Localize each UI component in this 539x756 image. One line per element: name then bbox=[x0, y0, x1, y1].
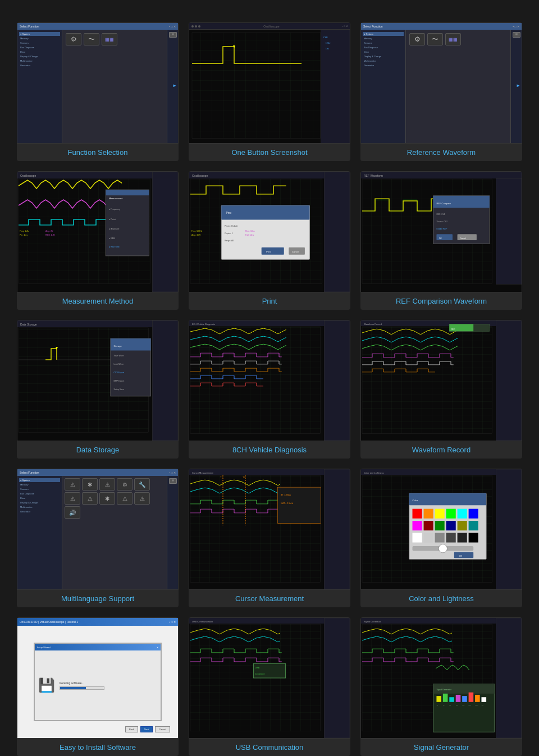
label-multilanguage: Multilanguage Support bbox=[17, 590, 179, 607]
svg-text:Copies: 1: Copies: 1 bbox=[225, 232, 233, 235]
svg-text:Range: All: Range: All bbox=[225, 240, 234, 242]
svg-rect-111 bbox=[458, 509, 467, 519]
svg-text:Signal Generator: Signal Generator bbox=[364, 620, 381, 623]
card-image-reference-waveform: Select Function ▪ □ ✕ ● System Memory Se… bbox=[360, 22, 522, 144]
svg-rect-83 bbox=[362, 327, 492, 433]
svg-text:Freq: 1kHz: Freq: 1kHz bbox=[20, 230, 29, 232]
svg-rect-120 bbox=[424, 533, 433, 542]
svg-text:1ms: 1ms bbox=[326, 48, 329, 50]
svg-rect-107 bbox=[413, 509, 422, 519]
svg-rect-10 bbox=[152, 172, 178, 292]
card-image-waveform-record: Waveform Record REC bbox=[360, 320, 522, 441]
svg-text:Per: 1ms: Per: 1ms bbox=[20, 234, 28, 236]
svg-text:RMS: 1.4V: RMS: 1.4V bbox=[45, 234, 56, 236]
svg-text:REC: REC bbox=[451, 328, 455, 331]
card-8ch-vehicle[interactable]: 8CH Vehicle Diagnosis bbox=[189, 320, 350, 459]
card-measurement-method[interactable]: Oscilloscope Measurement ● Frequency ● P… bbox=[17, 171, 179, 310]
svg-text:Freq: 500Hz: Freq: 500Hz bbox=[191, 230, 203, 232]
svg-text:● RMS: ● RMS bbox=[109, 237, 116, 240]
card-image-usb-communication: USB Communication USB Connected bbox=[189, 617, 350, 739]
card-image-measurement-method: Oscilloscope Measurement ● Frequency ● P… bbox=[17, 171, 179, 292]
feature-grid: Select Function ▪ □ ✕ ● System Memory Se… bbox=[17, 22, 522, 756]
svg-text:Rise: 10ns: Rise: 10ns bbox=[245, 230, 255, 232]
svg-rect-122 bbox=[446, 533, 456, 542]
card-image-print: Oscilloscope Print Printer: Default Copi… bbox=[189, 171, 350, 292]
svg-text:Printer: Default: Printer: Default bbox=[225, 225, 237, 227]
card-screenshot[interactable]: Oscilloscope ▪ □ ✕ bbox=[189, 22, 350, 161]
label-ref-comparison: REF Comparison Waveform bbox=[360, 292, 522, 310]
svg-rect-116 bbox=[446, 521, 456, 530]
svg-rect-90 bbox=[324, 469, 350, 589]
card-image-data-storage: Data Storage Storage Save Wave Load Wave… bbox=[17, 320, 179, 441]
svg-text:Waveform Record: Waveform Record bbox=[364, 323, 382, 326]
card-waveform-record[interactable]: Waveform Record REC Waveform Record bbox=[360, 320, 522, 459]
svg-text:Save Wave: Save Wave bbox=[114, 355, 124, 357]
svg-rect-148 bbox=[456, 695, 461, 702]
label-8ch-vehicle: 8CH Vehicle Diagnosis bbox=[189, 441, 350, 459]
svg-rect-149 bbox=[462, 696, 467, 702]
svg-text:Print: Print bbox=[266, 250, 271, 253]
card-ref-comparison[interactable]: REF Waveform REF Compare REF: Ch1 Source… bbox=[360, 171, 522, 310]
svg-rect-151 bbox=[475, 695, 480, 702]
label-usb-communication: USB Communication bbox=[189, 739, 350, 756]
label-print: Print bbox=[189, 292, 350, 310]
svg-text:Data Storage: Data Storage bbox=[20, 323, 37, 326]
svg-rect-112 bbox=[469, 509, 478, 519]
svg-text:Fall: 12ns: Fall: 12ns bbox=[245, 234, 254, 236]
svg-rect-123 bbox=[458, 533, 467, 542]
svg-text:100k: 100k bbox=[475, 704, 478, 706]
svg-rect-8 bbox=[17, 172, 152, 178]
svg-rect-121 bbox=[435, 533, 445, 542]
svg-text:● Period: ● Period bbox=[109, 218, 116, 221]
card-print[interactable]: Oscilloscope Print Printer: Default Copi… bbox=[189, 171, 350, 310]
svg-text:Amp: 2V: Amp: 2V bbox=[45, 230, 53, 232]
svg-rect-124 bbox=[469, 533, 478, 542]
svg-rect-146 bbox=[443, 694, 448, 702]
svg-text:Cancel: Cancel bbox=[292, 250, 299, 253]
svg-text:Cancel: Cancel bbox=[460, 237, 466, 240]
svg-rect-140 bbox=[496, 618, 522, 738]
card-reference-waveform[interactable]: Select Function ▪ □ ✕ ● System Memory Se… bbox=[360, 22, 522, 161]
svg-rect-59 bbox=[17, 320, 152, 327]
svg-text:● Amplitude: ● Amplitude bbox=[109, 228, 120, 230]
svg-text:REF: Ch1: REF: Ch1 bbox=[436, 213, 445, 216]
svg-text:Load Wave: Load Wave bbox=[114, 363, 124, 365]
card-data-storage[interactable]: Data Storage Storage Save Wave Load Wave… bbox=[17, 320, 179, 459]
svg-rect-27 bbox=[324, 172, 350, 292]
card-image-color-lightness: Color and Lightness Color bbox=[360, 469, 522, 590]
card-color-lightness[interactable]: Color and Lightness Color bbox=[360, 469, 522, 607]
svg-rect-113 bbox=[413, 521, 422, 530]
svg-rect-13 bbox=[106, 190, 149, 195]
svg-text:REF Waveform: REF Waveform bbox=[364, 174, 383, 177]
svg-rect-102 bbox=[496, 469, 522, 589]
svg-rect-78 bbox=[190, 327, 321, 433]
svg-text:Print: Print bbox=[226, 212, 232, 214]
svg-text:BMP Export: BMP Export bbox=[114, 380, 125, 382]
label-easy-install: Easy to Install Software bbox=[17, 739, 179, 756]
svg-text:Signal Generator: Signal Generator bbox=[436, 689, 451, 691]
card-easy-install[interactable]: UniCOM-DSO | Virtual Oscilloscope | Reco… bbox=[17, 617, 179, 756]
svg-text:Enable REF: Enable REF bbox=[436, 228, 447, 230]
label-reference-waveform: Reference Waveform bbox=[360, 144, 522, 161]
svg-text:Storage: Storage bbox=[114, 345, 122, 347]
svg-rect-25 bbox=[189, 172, 324, 178]
label-data-storage: Data Storage bbox=[17, 441, 179, 459]
svg-rect-105 bbox=[409, 493, 486, 505]
svg-rect-77 bbox=[324, 320, 350, 441]
svg-text:1V/div: 1V/div bbox=[326, 42, 331, 44]
label-cursor-measurement: Cursor Measurement bbox=[189, 590, 350, 607]
svg-rect-117 bbox=[458, 521, 467, 530]
card-function-selection[interactable]: Select Function ▪ □ ✕ ● System Memory Se… bbox=[17, 22, 179, 161]
label-screenshot: One Button Screenshot bbox=[189, 144, 350, 161]
svg-text:OK: OK bbox=[459, 555, 462, 557]
card-multilanguage[interactable]: Select Function ▪ □ ✕ ● System Memory Se… bbox=[17, 469, 179, 607]
svg-text:1M: 1M bbox=[482, 704, 483, 706]
svg-text:Amp: 3.3V: Amp: 3.3V bbox=[191, 234, 201, 236]
label-function-selection: Function Selection bbox=[17, 144, 179, 161]
svg-rect-30 bbox=[221, 205, 309, 220]
card-usb-communication[interactable]: USB Communication USB Connected USB Comm… bbox=[189, 617, 350, 756]
card-cursor-measurement[interactable]: Cursor Measurement T1 T2 ΔT = 400μs 1/ΔT… bbox=[189, 469, 350, 607]
card-signal-generator[interactable]: Signal Generator Signal Generator bbox=[360, 617, 522, 756]
svg-text:Oscilloscope: Oscilloscope bbox=[20, 174, 36, 177]
svg-text:● Rise Time: ● Rise Time bbox=[109, 246, 120, 248]
